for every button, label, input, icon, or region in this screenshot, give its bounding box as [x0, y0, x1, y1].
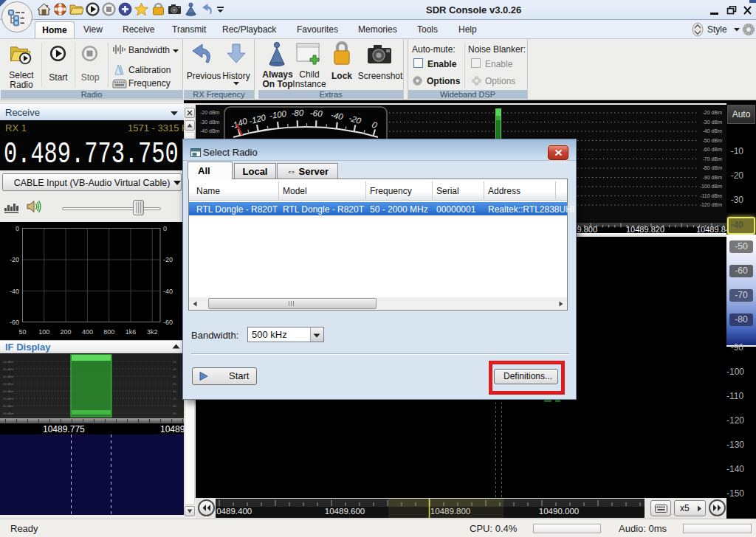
- svg-text:-80: -80: [291, 108, 304, 118]
- svg-text:-60: -60: [172, 389, 177, 393]
- svg-text:-60 dBm: -60 dBm: [2, 389, 14, 393]
- svg-text:-70 dBm: -70 dBm: [2, 397, 14, 401]
- svg-text:-90: -90: [172, 412, 177, 415]
- svg-text:-80 dBm: -80 dBm: [2, 404, 14, 408]
- svg-text:0: 0: [16, 225, 19, 232]
- svg-text:10489.820: 10489.820: [626, 225, 664, 233]
- svg-text:-50 dBm: -50 dBm: [2, 382, 14, 386]
- svg-text:50: 50: [18, 328, 26, 336]
- svg-text:10489.400: 10489.400: [216, 507, 252, 516]
- svg-text:-40: -40: [10, 288, 19, 295]
- svg-text:-40: -40: [163, 288, 173, 295]
- svg-text:-30 dBm: -30 dBm: [2, 367, 14, 371]
- svg-text:-100 dBm: -100 dBm: [700, 184, 723, 189]
- svg-text:-90 dBm: -90 dBm: [2, 412, 14, 415]
- svg-text:-90 dBm: -90 dBm: [703, 175, 723, 180]
- svg-text:1k6: 1k6: [126, 328, 137, 336]
- svg-text:-80 dBm: -80 dBm: [703, 165, 723, 170]
- svg-text:-40: -40: [172, 375, 177, 378]
- svg-text:-110 dBm: -110 dBm: [700, 193, 722, 198]
- svg-text:800: 800: [103, 328, 114, 336]
- svg-text:-80: -80: [172, 404, 177, 408]
- svg-text:-50: -50: [172, 382, 177, 386]
- svg-text:10489.840: 10489.840: [696, 225, 726, 233]
- svg-text:0: 0: [163, 225, 167, 232]
- svg-text:-70: -70: [172, 397, 177, 401]
- svg-text:-20 dBm: -20 dBm: [2, 360, 14, 364]
- svg-text:-60: -60: [310, 108, 323, 118]
- svg-text:-70 dBm: -70 dBm: [703, 156, 723, 162]
- svg-text:-120 dBm: -120 dBm: [700, 202, 723, 207]
- svg-text:-60: -60: [10, 319, 19, 326]
- svg-text:-20: -20: [10, 256, 19, 263]
- svg-text:-20: -20: [172, 360, 177, 364]
- svg-text:400: 400: [82, 328, 93, 336]
- svg-text:-40 dBm: -40 dBm: [2, 375, 14, 378]
- svg-text:-40 dBm: -40 dBm: [200, 128, 220, 134]
- svg-text:-30 dBm: -30 dBm: [703, 119, 723, 125]
- svg-text:-20 dBm: -20 dBm: [703, 110, 723, 115]
- svg-text:-50 dBm: -50 dBm: [703, 138, 723, 143]
- svg-text:-20: -20: [163, 256, 173, 263]
- svg-text:-40 dBm: -40 dBm: [703, 128, 723, 134]
- svg-text:-60 dBm: -60 dBm: [703, 147, 723, 152]
- svg-text:10489.600: 10489.600: [325, 507, 365, 516]
- svg-text:10489.800: 10489.800: [430, 507, 470, 516]
- svg-text:200: 200: [61, 328, 72, 336]
- svg-text:-30: -30: [172, 367, 177, 371]
- svg-text:-30 dBm: -30 dBm: [200, 119, 220, 125]
- svg-text:-20 dBm: -20 dBm: [200, 110, 220, 115]
- svg-text:Style: Style: [707, 24, 727, 35]
- svg-text:100: 100: [38, 328, 49, 336]
- svg-text:3k2: 3k2: [147, 328, 158, 336]
- svg-text:10490.000: 10490.000: [539, 507, 579, 516]
- svg-text:-60: -60: [163, 319, 173, 326]
